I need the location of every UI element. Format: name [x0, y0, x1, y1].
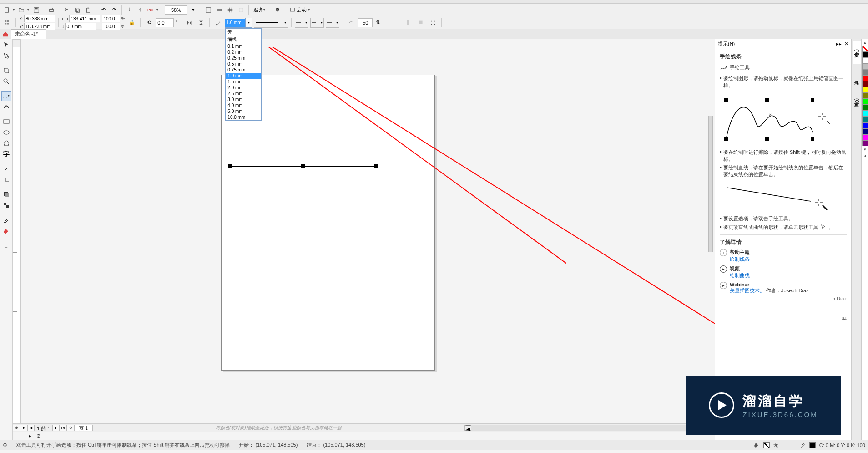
scaley-input[interactable] [102, 23, 120, 30]
zoom-tool[interactable] [1, 76, 11, 87]
outline-width-combo[interactable]: 无细线0.1 mm0.2 mm0.25 mm0.5 mm0.75 mm1.0 m… [225, 18, 252, 28]
new-button[interactable] [2, 5, 16, 15]
mirror-v-button[interactable] [196, 18, 206, 28]
nav-addpage-left[interactable]: ⊕ [13, 425, 20, 431]
outline-width-dropdown[interactable]: 无细线0.1 mm0.2 mm0.25 mm0.5 mm0.75 mm1.0 m… [225, 28, 262, 121]
smoothing-input[interactable] [358, 18, 373, 27]
fill-swatch[interactable] [763, 442, 770, 448]
color-swatch[interactable] [862, 134, 868, 140]
polygon-tool[interactable] [1, 138, 11, 148]
document-tab[interactable]: 未命名 -1* [11, 29, 46, 39]
smoothing-spinner[interactable]: ⇅ [374, 18, 381, 28]
height-input[interactable] [65, 23, 96, 30]
convert-button[interactable] [428, 18, 438, 28]
color-swatch[interactable] [862, 128, 868, 134]
width-option[interactable]: 细线 [226, 36, 261, 43]
fill-icon[interactable] [753, 442, 760, 449]
learn-webinar-link[interactable]: 矢量插图技术。 [730, 288, 765, 293]
color-swatch[interactable] [862, 57, 868, 63]
nav-next[interactable]: ▶ [52, 425, 60, 431]
drop-shadow-tool[interactable] [1, 189, 11, 199]
outline-icon[interactable] [799, 442, 806, 449]
color-swatch[interactable] [862, 87, 868, 93]
outline-width-input[interactable] [225, 19, 245, 27]
export-button[interactable] [135, 5, 145, 15]
start-arrow-combo[interactable] [295, 18, 308, 28]
color-swatch[interactable] [862, 75, 868, 81]
hints-close-icon[interactable]: ✕ [844, 41, 848, 47]
redo-button[interactable]: ↷ [109, 5, 119, 15]
print-button[interactable] [46, 5, 56, 15]
dock-tab[interactable]: 提示(N) [853, 41, 861, 64]
grid-button[interactable] [225, 5, 235, 15]
hints-header[interactable]: 提示(N) ▸▸ ✕ [715, 39, 851, 49]
connector-tool[interactable] [1, 175, 11, 185]
swatch-none[interactable] [862, 46, 868, 51]
width-option[interactable]: 4.0 mm [226, 102, 261, 108]
learn-help-link[interactable]: 绘制线条 [730, 256, 750, 263]
pick-tool[interactable] [1, 40, 11, 50]
fullscreen-button[interactable] [203, 5, 213, 15]
add-tool-button[interactable]: + [1, 242, 11, 252]
width-option[interactable]: 0.1 mm [226, 43, 261, 49]
palette-flyout[interactable]: ◂ [862, 153, 868, 159]
palette-scroll-up[interactable]: ▴ [862, 39, 868, 46]
nav-addpage-right[interactable]: ⊕ [67, 425, 74, 431]
outline-swatch[interactable] [809, 442, 816, 448]
color-swatch[interactable] [862, 117, 868, 122]
color-swatch[interactable] [862, 81, 868, 87]
palette-menu[interactable]: ▸ [26, 433, 34, 439]
options-button[interactable]: ⚙ [273, 5, 283, 15]
zoom-input[interactable] [165, 5, 187, 15]
eyedropper-tool[interactable] [1, 215, 11, 225]
width-option[interactable]: 2.5 mm [226, 91, 261, 97]
hscroll-left[interactable]: ◀ [465, 425, 471, 431]
close-curve-button[interactable] [346, 18, 356, 28]
gear-icon[interactable]: ⚙ [3, 442, 7, 448]
dock-tab[interactable]: 对象(O) [853, 90, 861, 113]
crop-tool[interactable] [1, 66, 11, 76]
nav-last[interactable]: ⏭ [60, 425, 67, 431]
color-swatch[interactable] [862, 122, 868, 128]
width-input[interactable] [69, 15, 100, 22]
lock-ratio-button[interactable]: 🔒 [127, 18, 137, 28]
open-button[interactable] [17, 5, 30, 15]
paste-button[interactable] [83, 5, 93, 15]
page-tab[interactable]: 页 1 [74, 425, 92, 431]
line-style-combo[interactable] [254, 18, 288, 28]
nav-first[interactable]: ⏮ [20, 425, 27, 431]
import-button[interactable] [124, 5, 134, 15]
width-option[interactable]: 0.25 mm [226, 55, 261, 61]
learn-video-link[interactable]: 绘制曲线 [730, 272, 750, 279]
add-toolbar-button[interactable]: + [445, 18, 455, 28]
snap-button[interactable]: 贴齐 [251, 5, 267, 15]
color-swatch[interactable] [862, 69, 868, 75]
parallel-dim-tool[interactable] [1, 164, 11, 174]
order-button[interactable] [416, 18, 426, 28]
handle-mid[interactable] [301, 164, 305, 168]
color-swatch[interactable] [862, 140, 868, 146]
presets-button[interactable] [2, 18, 12, 28]
zoom-dropdown[interactable]: ▾ [188, 5, 198, 15]
mirror-h-button[interactable] [184, 18, 194, 28]
width-option[interactable]: 0.75 mm [226, 67, 261, 73]
hscroll-track[interactable] [471, 425, 708, 431]
copy-button[interactable] [72, 5, 82, 15]
end-arrow-combo[interactable] [326, 18, 339, 28]
width-option[interactable]: 3.0 mm [226, 97, 261, 102]
width-option[interactable]: 0.5 mm [226, 61, 261, 67]
handle-start[interactable] [228, 164, 232, 168]
palette-noneswatch[interactable]: ⊘ [35, 433, 42, 439]
width-option[interactable]: 2.0 mm [226, 85, 261, 91]
canvas[interactable] [21, 47, 715, 423]
color-swatch[interactable] [862, 93, 868, 99]
publish-pdf-button[interactable]: PDF [146, 5, 160, 15]
fill-tool[interactable] [1, 226, 11, 236]
scalex-input[interactable] [102, 15, 120, 22]
undo-button[interactable]: ↶ [98, 5, 108, 15]
wrap-text-button[interactable] [404, 18, 414, 28]
ellipse-tool[interactable] [1, 127, 11, 137]
color-swatch[interactable] [862, 105, 868, 111]
ruler-corner[interactable] [13, 39, 21, 47]
angle-input[interactable] [156, 18, 174, 27]
